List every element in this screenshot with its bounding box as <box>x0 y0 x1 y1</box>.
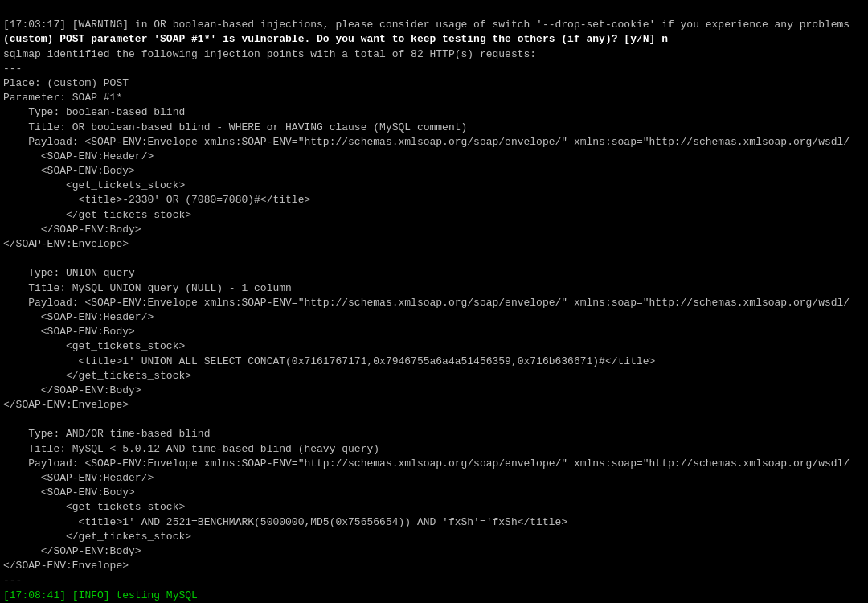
terminal-line: <SOAP-ENV:Body> <box>3 325 865 339</box>
terminal-line: [17:03:17] [WARNING] in OR boolean-based… <box>3 18 865 32</box>
terminal-text: Place: (custom) POST <box>3 77 129 89</box>
terminal-text: </SOAP-ENV:Body> <box>3 224 141 236</box>
terminal-text: <SOAP-ENV:Body> <box>3 165 135 177</box>
terminal-text: </get_tickets_stock> <box>3 531 191 543</box>
terminal-text: </SOAP-ENV:Body> <box>3 545 141 557</box>
terminal-text: </SOAP-ENV:Envelope> <box>3 399 129 411</box>
terminal-line: <SOAP-ENV:Header/> <box>3 310 865 325</box>
terminal-text: <title>1' UNION ALL SELECT CONCAT(0x7161… <box>3 355 655 367</box>
terminal-line: <SOAP-ENV:Body> <box>3 486 865 500</box>
terminal-text: </SOAP-ENV:Body> <box>3 384 141 396</box>
terminal-line: Parameter: SOAP #1* <box>3 91 865 105</box>
terminal-line <box>3 252 865 266</box>
terminal-text: Parameter: SOAP #1* <box>3 92 122 104</box>
terminal-line: Payload: <SOAP-ENV:Envelope xmlns:SOAP-E… <box>3 296 865 310</box>
terminal-text: <SOAP-ENV:Header/> <box>3 150 154 162</box>
terminal-line: Title: MySQL UNION query (NULL) - 1 colu… <box>3 281 865 296</box>
terminal-text: </SOAP-ENV:Envelope> <box>3 560 129 572</box>
terminal-line: Place: (custom) POST <box>3 76 865 91</box>
terminal-text: </SOAP-ENV:Envelope> <box>3 238 129 250</box>
terminal-line <box>3 412 865 427</box>
terminal-text: <title>1' AND 2521=BENCHMARK(5000000,MD5… <box>3 516 567 528</box>
terminal-line: </get_tickets_stock> <box>3 369 865 384</box>
terminal-text: </get_tickets_stock> <box>3 209 191 221</box>
terminal-text: [17:08:41] [INFO] testing MySQL <box>3 589 198 601</box>
terminal-text: <get_tickets_stock> <box>3 179 185 191</box>
terminal-text: Title: MySQL UNION query (NULL) - 1 colu… <box>3 282 292 294</box>
terminal-line: [17:08:41] [INFO] testing MySQL <box>3 589 865 603</box>
terminal-line: <SOAP-ENV:Body> <box>3 164 865 178</box>
terminal-text: sqlmap identified the following injectio… <box>3 48 536 60</box>
terminal-line: <get_tickets_stock> <box>3 339 865 354</box>
terminal-text: <SOAP-ENV:Header/> <box>3 472 154 484</box>
terminal-line: </SOAP-ENV:Body> <box>3 544 865 559</box>
terminal-text: <SOAP-ENV:Body> <box>3 486 135 498</box>
terminal-text: </get_tickets_stock> <box>3 370 191 382</box>
terminal-line: </SOAP-ENV:Body> <box>3 384 865 398</box>
terminal-line: sqlmap identified the following injectio… <box>3 47 865 62</box>
terminal-line: </get_tickets_stock> <box>3 208 865 223</box>
terminal-line: <SOAP-ENV:Header/> <box>3 150 865 164</box>
terminal-line: <title>1' UNION ALL SELECT CONCAT(0x7161… <box>3 355 865 369</box>
terminal-line: <title>-2330' OR (7080=7080)#</title> <box>3 193 865 207</box>
terminal-text: Type: AND/OR time-based blind <box>3 428 210 440</box>
terminal-line: Type: AND/OR time-based blind <box>3 427 865 441</box>
terminal-line: <SOAP-ENV:Header/> <box>3 471 865 486</box>
terminal-line: </get_tickets_stock> <box>3 530 865 544</box>
terminal-text: [17:03:17] [WARNING] in OR boolean-based… <box>3 18 850 31</box>
terminal-text: --- <box>3 574 22 586</box>
terminal-line: Payload: <SOAP-ENV:Envelope xmlns:SOAP-E… <box>3 457 865 471</box>
terminal-line: <title>1' AND 2521=BENCHMARK(5000000,MD5… <box>3 515 865 530</box>
terminal-window: [17:03:17] [WARNING] in OR boolean-based… <box>0 0 868 603</box>
terminal-text: Title: MySQL < 5.0.12 AND time-based bli… <box>3 443 379 455</box>
terminal-text: Title: OR boolean-based blind - WHERE or… <box>3 121 467 133</box>
terminal-line: Title: OR boolean-based blind - WHERE or… <box>3 121 865 135</box>
terminal-text: <title>-2330' OR (7080=7080)#</title> <box>3 194 310 206</box>
terminal-line: Title: MySQL < 5.0.12 AND time-based bli… <box>3 442 865 457</box>
terminal-text: <SOAP-ENV:Header/> <box>3 311 154 323</box>
terminal-line: <get_tickets_stock> <box>3 178 865 193</box>
terminal-text: --- <box>3 63 22 75</box>
terminal-line: </SOAP-ENV:Envelope> <box>3 398 865 412</box>
terminal-line: Type: UNION query <box>3 266 865 281</box>
terminal-text: (custom) POST parameter 'SOAP #1*' is vu… <box>3 33 668 45</box>
terminal-text: <SOAP-ENV:Body> <box>3 326 135 338</box>
terminal-text: Type: boolean-based blind <box>3 106 185 118</box>
terminal-text: Payload: <SOAP-ENV:Envelope xmlns:SOAP-E… <box>3 136 850 148</box>
terminal-line: </SOAP-ENV:Body> <box>3 223 865 237</box>
terminal-text: Payload: <SOAP-ENV:Envelope xmlns:SOAP-E… <box>3 457 850 470</box>
terminal-line: </SOAP-ENV:Envelope> <box>3 237 865 252</box>
terminal-line: (custom) POST parameter 'SOAP #1*' is vu… <box>3 32 865 47</box>
terminal-line: --- <box>3 62 865 76</box>
terminal-line: Payload: <SOAP-ENV:Envelope xmlns:SOAP-E… <box>3 135 865 150</box>
terminal-text: <get_tickets_stock> <box>3 501 185 513</box>
terminal-text: Payload: <SOAP-ENV:Envelope xmlns:SOAP-E… <box>3 297 850 309</box>
terminal-line: --- <box>3 573 865 588</box>
terminal-text: <get_tickets_stock> <box>3 340 185 352</box>
terminal-line: Type: boolean-based blind <box>3 105 865 120</box>
terminal-line: <get_tickets_stock> <box>3 500 865 515</box>
terminal-line: </SOAP-ENV:Envelope> <box>3 559 865 573</box>
terminal-text: Type: UNION query <box>3 267 135 279</box>
